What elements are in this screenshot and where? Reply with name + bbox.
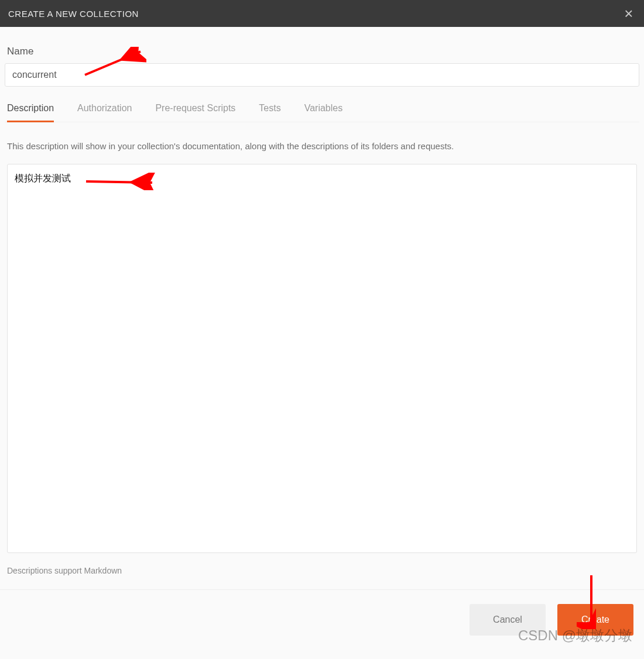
modal-titlebar: CREATE A NEW COLLECTION ×	[0, 0, 644, 27]
name-input[interactable]	[5, 63, 639, 87]
markdown-note: Descriptions support Markdown	[7, 566, 637, 575]
create-button[interactable]: Create	[557, 604, 633, 636]
tab-pre-request-scripts[interactable]: Pre-request Scripts	[155, 103, 235, 122]
name-label: Name	[7, 46, 637, 57]
tab-variables[interactable]: Variables	[304, 103, 343, 122]
tab-authorization[interactable]: Authorization	[77, 103, 132, 122]
cancel-button[interactable]: Cancel	[470, 604, 546, 636]
footer: Cancel Create	[0, 590, 644, 636]
description-textarea[interactable]	[7, 164, 637, 553]
tab-description[interactable]: Description	[7, 103, 54, 122]
modal-body: Name Description Authorization Pre-reque…	[0, 27, 644, 575]
close-icon[interactable]: ×	[622, 6, 636, 21]
description-hint: This description will show in your colle…	[7, 140, 637, 153]
tabs: Description Authorization Pre-request Sc…	[5, 103, 639, 122]
modal-title: CREATE A NEW COLLECTION	[8, 9, 139, 19]
tab-tests[interactable]: Tests	[259, 103, 280, 122]
